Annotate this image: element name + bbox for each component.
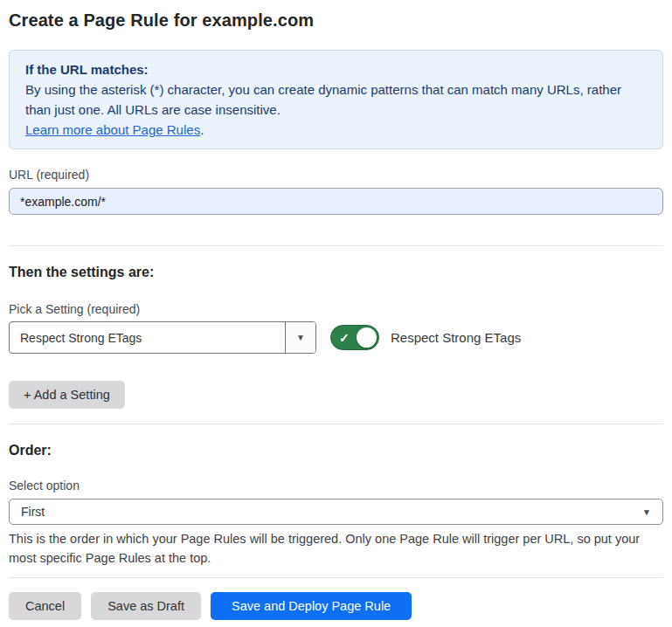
info-box-link-line: Learn more about Page Rules. <box>25 120 647 140</box>
footer-button-row: Cancel Save as Draft Save and Deploy Pag… <box>9 592 663 620</box>
respect-strong-etags-toggle[interactable]: ✓ <box>330 325 379 350</box>
order-select[interactable]: First ▼ <box>9 499 663 525</box>
setting-select[interactable]: Respect Strong ETags ▼ <box>9 321 316 354</box>
save-as-draft-button[interactable]: Save as Draft <box>91 592 201 620</box>
chevron-down-icon: ▼ <box>296 333 305 342</box>
order-select-value: First <box>21 505 642 519</box>
url-matches-info-box: If the URL matches: By using the asteris… <box>9 50 663 149</box>
create-page-rule-form: Create a Page Rule for example.com If th… <box>0 0 672 620</box>
info-box-heading: If the URL matches: <box>25 59 647 79</box>
link-suffix: . <box>200 122 204 137</box>
learn-more-link[interactable]: Learn more about Page Rules <box>25 122 200 137</box>
setting-row: Respect Strong ETags ▼ ✓ Respect Strong … <box>9 321 663 354</box>
divider <box>9 245 663 246</box>
order-help-text: This is the order in which your Page Rul… <box>9 529 663 568</box>
url-input[interactable] <box>9 188 663 215</box>
toggle-knob <box>357 327 377 348</box>
divider <box>9 424 663 424</box>
order-select-label: Select option <box>9 479 663 493</box>
toggle-label: Respect Strong ETags <box>391 330 521 345</box>
save-and-deploy-button[interactable]: Save and Deploy Page Rule <box>211 592 412 620</box>
url-field-label: URL (required) <box>9 168 663 183</box>
setting-select-value: Respect Strong ETags <box>10 322 285 353</box>
cancel-button[interactable]: Cancel <box>9 592 81 620</box>
info-box-body: By using the asterisk (*) character, you… <box>25 79 647 120</box>
order-section-heading: Order: <box>9 442 663 459</box>
pick-setting-label: Pick a Setting (required) <box>9 302 663 317</box>
divider <box>9 577 663 578</box>
setting-select-arrow-button[interactable]: ▼ <box>285 322 315 353</box>
check-icon: ✓ <box>339 331 350 343</box>
settings-section-heading: Then the settings are: <box>9 264 663 281</box>
add-setting-button[interactable]: + Add a Setting <box>9 381 125 409</box>
chevron-down-icon: ▼ <box>642 507 651 517</box>
page-title: Create a Page Rule for example.com <box>9 10 663 31</box>
